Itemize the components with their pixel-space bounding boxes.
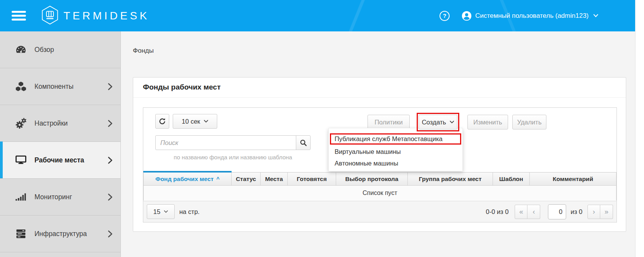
create-dropdown-menu: Публикация служб Метапоставщика Виртуаль… — [328, 128, 463, 171]
cubes-icon — [15, 81, 27, 92]
pagination-back-group: « ‹ — [515, 205, 540, 219]
page-of-label: из 0 — [570, 208, 582, 216]
next-page-button[interactable]: › — [587, 205, 600, 219]
chevron-right-icon — [108, 230, 113, 238]
sidebar-item-monitoring[interactable]: Мониторинг — [0, 179, 120, 216]
per-page-label: на стр. — [179, 208, 199, 216]
menu-item-standalone-machines[interactable]: Автономные машины — [329, 156, 462, 168]
chart-bars-icon — [15, 191, 27, 203]
refresh-button[interactable] — [155, 114, 169, 129]
sidebar-item-label: Настройки — [34, 119, 68, 128]
dashboard-icon — [15, 44, 27, 55]
top-header: TERMIDESK ? Системный пользователь (admi… — [0, 0, 644, 31]
menu-item-metaprovider-publication[interactable]: Публикация служб Метапоставщика — [331, 135, 460, 143]
pagination-bar: 15 на стр. 0-0 из 0 « ‹ из 0 — [143, 201, 617, 222]
brand-name: TERMIDESK — [64, 9, 149, 22]
column-header-seats[interactable]: Места — [261, 172, 288, 186]
column-header-protocol[interactable]: Выбор протокола — [336, 172, 408, 186]
user-menu[interactable]: Системный пользователь (admin123) — [462, 11, 598, 21]
search-row — [155, 135, 311, 150]
chevron-down-icon — [164, 210, 168, 213]
chevron-right-icon — [108, 120, 113, 127]
monitor-icon — [15, 154, 27, 166]
empty-list-message: Список пуст — [144, 186, 617, 200]
chevron-down-icon — [593, 14, 598, 17]
column-header-preparing[interactable]: Готовятся — [288, 172, 336, 186]
menu-item-annotation: Публикация служб Метапоставщика — [330, 133, 461, 145]
sort-asc-icon: ^ — [216, 176, 220, 182]
breadcrumb[interactable]: Фонды — [133, 47, 154, 55]
sidebar-item-settings[interactable]: Настройки — [0, 105, 120, 142]
sidebar-item-infrastructure[interactable]: Инфраструктура — [0, 216, 120, 252]
column-header-comment[interactable]: Комментарий — [530, 172, 617, 186]
help-icon[interactable]: ? — [440, 11, 450, 21]
create-button[interactable]: Создать — [419, 115, 457, 129]
pagination-controls: 0-0 из 0 « ‹ из 0 › » — [486, 204, 613, 219]
user-label: Системный пользователь (admin123) — [475, 12, 589, 20]
toolbar-box: 10 сек Политики Создать — [143, 107, 617, 223]
hexagon-logo-icon — [41, 5, 59, 26]
range-label: 0-0 из 0 — [486, 208, 508, 216]
delete-button[interactable]: Удалить — [512, 115, 546, 129]
chevron-right-icon: › — [593, 208, 595, 216]
menu-item-virtual-machines[interactable]: Виртуальные машины — [329, 145, 462, 156]
edit-button[interactable]: Изменить — [467, 115, 508, 129]
sidebar-item-workplaces[interactable]: Рабочие места — [0, 142, 120, 179]
sidebar-item-label: Инфраструктура — [34, 230, 87, 238]
column-header-status[interactable]: Статус — [232, 172, 261, 186]
first-page-button[interactable]: « — [515, 205, 527, 219]
header-actions: ? Системный пользователь (admin123) — [440, 11, 598, 21]
main-content: Фонды Фонды рабочих мест 10 сек — [121, 31, 635, 257]
scrollbar-track[interactable] — [635, 0, 644, 257]
sidebar-item-label: Рабочие места — [34, 156, 84, 164]
chevron-right-icon — [108, 193, 113, 201]
brand-logo: TERMIDESK — [41, 5, 149, 26]
column-header-group[interactable]: Группа рабочих мест — [408, 172, 493, 186]
help-glyph: ? — [443, 12, 447, 19]
search-input[interactable] — [155, 135, 296, 150]
page-size-select[interactable]: 15 — [147, 204, 175, 219]
table-row: Список пуст — [144, 186, 617, 200]
sidebar-item-label: Компоненты — [34, 83, 74, 91]
last-page-button[interactable]: » — [600, 205, 613, 219]
funds-panel: Фонды рабочих мест 10 сек — [133, 77, 626, 232]
chevron-down-icon — [450, 121, 454, 124]
user-avatar-icon — [462, 11, 472, 21]
table-header-row: Фонд рабочих мест^ Статус Места Готовятс… — [144, 172, 617, 186]
chevron-right-icon — [108, 83, 113, 90]
server-icon — [15, 228, 27, 240]
refresh-icon — [159, 118, 166, 125]
refresh-group: 10 сек — [155, 114, 217, 129]
sidebar-item-overview[interactable]: Обзор — [0, 31, 120, 68]
column-header-fund[interactable]: Фонд рабочих мест^ — [144, 172, 232, 186]
sidebar: Обзор Компоненты — [0, 31, 121, 257]
create-button-annotation: Создать — [417, 113, 459, 131]
menu-toggle-icon[interactable] — [12, 11, 26, 21]
search-icon — [300, 139, 307, 147]
search-hint: по названию фонда или названию шаблона — [155, 154, 311, 160]
double-chevron-left-icon: « — [519, 208, 523, 216]
prev-page-button[interactable]: ‹ — [527, 205, 540, 219]
refresh-interval-select[interactable]: 10 сек — [173, 114, 217, 129]
funds-table: Фонд рабочих мест^ Статус Места Готовятс… — [143, 172, 617, 200]
chevron-right-icon — [108, 157, 113, 164]
refresh-interval-value: 10 сек — [182, 118, 200, 125]
page-size-value: 15 — [153, 208, 160, 216]
sidebar-item-label: Мониторинг — [34, 193, 72, 201]
search-button[interactable] — [296, 135, 311, 150]
page-number-input[interactable] — [548, 204, 566, 219]
sidebar-item-label: Обзор — [34, 46, 54, 54]
sidebar-item-components[interactable]: Компоненты — [0, 68, 120, 105]
pagination-forward-group: › » — [587, 205, 613, 219]
double-chevron-right-icon: » — [605, 208, 608, 216]
column-header-template[interactable]: Шаблон — [493, 172, 530, 186]
gears-icon — [15, 117, 27, 129]
column-label: Фонд рабочих мест — [155, 176, 214, 182]
panel-title: Фонды рабочих мест — [133, 78, 626, 98]
chevron-down-icon — [204, 120, 208, 123]
chevron-left-icon: ‹ — [532, 208, 535, 216]
policies-button[interactable]: Политики — [368, 115, 410, 129]
create-button-label: Создать — [422, 119, 446, 126]
